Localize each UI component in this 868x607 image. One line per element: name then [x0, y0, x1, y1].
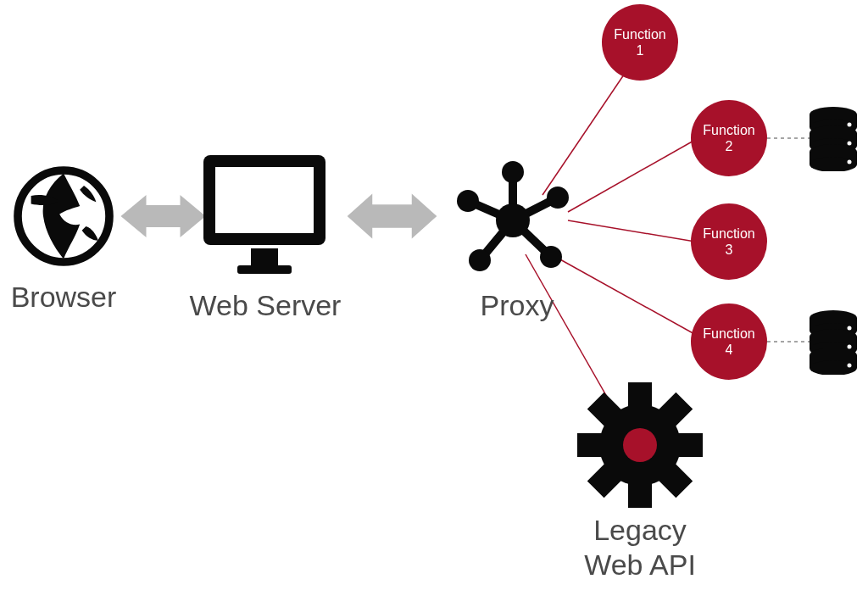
svg-point-58: [623, 428, 657, 462]
svg-marker-8: [121, 195, 206, 237]
database-icon: [807, 107, 860, 171]
svg-point-21: [547, 187, 569, 209]
svg-point-46: [848, 326, 852, 331]
svg-point-35: [848, 142, 852, 146]
svg-point-48: [848, 364, 852, 368]
connections-layer: [0, 0, 868, 607]
gear-icon: [576, 381, 704, 509]
globe-icon: [13, 165, 114, 267]
svg-point-20: [502, 161, 524, 183]
function-node-2: Function 2: [691, 100, 767, 176]
database-icon: [807, 310, 860, 375]
function-node-3: Function 3: [691, 203, 767, 280]
proxy-label: Proxy: [475, 288, 559, 323]
svg-rect-52: [677, 433, 703, 457]
svg-line-2: [568, 220, 695, 242]
svg-marker-13: [348, 194, 437, 239]
svg-rect-12: [237, 265, 292, 274]
svg-rect-50: [628, 382, 652, 408]
function-node-1: Function 1: [602, 4, 678, 81]
svg-rect-56: [577, 433, 603, 457]
hub-icon: [449, 157, 576, 284]
svg-point-24: [457, 190, 479, 212]
svg-rect-10: [215, 167, 314, 233]
diagram-stage: Function 1 Function 2 Function 3 Functio…: [0, 0, 868, 607]
svg-point-34: [848, 123, 852, 127]
bi-arrow-icon: [119, 187, 208, 246]
webserver-label: Web Server: [185, 288, 346, 323]
svg-point-23: [469, 249, 491, 271]
monitor-icon: [197, 148, 332, 280]
function-node-4: Function 4: [691, 304, 767, 380]
svg-line-1: [568, 140, 695, 212]
browser-label: Browser: [8, 280, 119, 315]
bi-arrow-icon: [335, 185, 449, 248]
svg-rect-11: [251, 248, 278, 265]
svg-point-36: [848, 160, 852, 164]
svg-rect-54: [628, 482, 652, 508]
svg-point-19: [496, 203, 530, 237]
svg-point-47: [848, 345, 852, 349]
legacy-label: Legacy Web API: [542, 513, 737, 582]
svg-point-22: [540, 246, 562, 268]
